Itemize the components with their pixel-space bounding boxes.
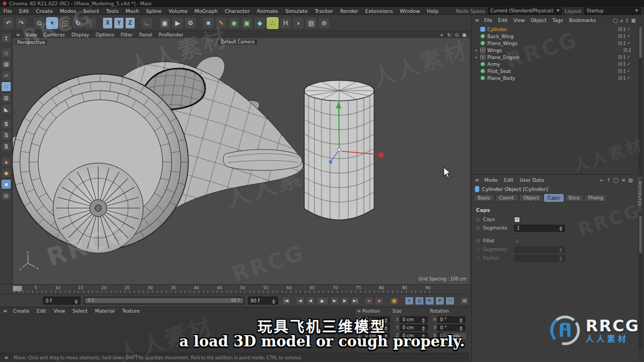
hamburger-icon[interactable]: ≡ [14, 32, 23, 38]
key-position-icon[interactable]: + [405, 297, 414, 305]
scrollbar[interactable] [639, 26, 642, 174]
prev-key-icon[interactable]: ◀ [296, 297, 305, 305]
object-row[interactable]: Plane_Body ✓ [472, 75, 638, 82]
current-frame-field[interactable]: 0 F [43, 297, 80, 305]
apply-button[interactable]: Apply [442, 333, 467, 340]
texture-mode-icon[interactable]: ▨ [1, 59, 11, 69]
content-browser-icon[interactable]: ▤ [305, 17, 317, 29]
team-render-icon[interactable]: ⊚ [318, 17, 330, 29]
primitive-cube-icon[interactable]: ■ [202, 17, 214, 29]
redo-icon[interactable]: ↷ [16, 17, 27, 29]
goto-end-icon[interactable]: ▶| [350, 297, 360, 305]
viewport[interactable]: ≡ ViewCamerasDisplayOptionsFilterPanelPr… [13, 31, 470, 284]
tab-slice[interactable]: Slice [565, 194, 583, 202]
home-icon[interactable]: ⌂ [620, 18, 623, 23]
key-scale-icon[interactable]: ◻ [415, 297, 424, 305]
render-picture-viewer-icon[interactable]: ▶ [172, 17, 184, 29]
grid-icon[interactable]: ▦ [631, 18, 635, 23]
symmetry-icon[interactable]: H [280, 17, 291, 29]
mograph-cloner-icon[interactable]: ∴ [267, 17, 279, 29]
display-palette-icon[interactable]: ◎ [1, 190, 11, 201]
object-row[interactable]: Army ✓ [472, 61, 638, 68]
end-frame-field[interactable]: 90 F [248, 297, 278, 305]
snap-2d-icon[interactable]: S [1, 142, 11, 152]
next-key-icon[interactable]: ▶ [340, 297, 349, 305]
object-row[interactable]: Back_Wing ✓ [472, 33, 638, 40]
goto-start-icon[interactable]: |◀ [282, 297, 291, 305]
zoom-view-icon[interactable]: ⊙ [453, 32, 460, 38]
modeling-axis-icon[interactable]: ▲ [1, 157, 11, 167]
hamburger-icon[interactable]: ≡ [355, 308, 362, 314]
rotation-p-field[interactable]: 0 ° [437, 324, 465, 331]
spinner[interactable] [559, 225, 562, 231]
render-settings-icon[interactable]: ⚙ [185, 17, 196, 29]
position-y-field[interactable]: 0 cm [362, 324, 390, 331]
projection-label[interactable]: Perspective [15, 40, 47, 45]
tab-coord[interactable]: Coord. [495, 194, 518, 202]
pen-spline-icon[interactable]: ✎ [215, 17, 227, 29]
orbit-view-icon[interactable]: ↻ [446, 32, 452, 38]
pan-view-icon[interactable]: + [438, 32, 445, 38]
autokey-icon[interactable]: ◉ [390, 297, 399, 305]
prev-frame-icon[interactable]: ◀ [306, 297, 315, 305]
move-tool-icon[interactable]: + [46, 17, 58, 29]
maximize-view-icon[interactable]: ▣ [461, 32, 467, 38]
hamburger-icon[interactable]: ≡ [1, 308, 10, 314]
key-rotation-icon[interactable]: ↻ [425, 297, 434, 305]
make-editable-icon[interactable]: ↥ [1, 33, 11, 43]
search-icon[interactable]: ◯ [613, 178, 619, 183]
keyframe-dot-icon[interactable] [476, 218, 480, 221]
points-mode-icon[interactable]: ∷ [1, 82, 11, 92]
next-frame-icon[interactable]: ▶ [330, 297, 339, 305]
deformer-icon[interactable]: ◗ [292, 17, 304, 29]
hamburger-icon[interactable]: ≡ [473, 178, 481, 183]
object-row[interactable]: Plane_Wings ✓ [472, 40, 638, 47]
rotate-tool-icon[interactable]: ↻ [72, 17, 84, 29]
position-x-field[interactable]: 0 cm [362, 316, 390, 323]
key-parameter-icon[interactable]: P [435, 297, 444, 305]
hamburger-icon[interactable]: ≡ [473, 18, 481, 23]
panel-icon[interactable]: ▤ [628, 178, 633, 183]
expand-icon[interactable]: ▸ [475, 55, 478, 60]
tab-object[interactable]: Object [519, 194, 543, 202]
object-row-cylinder[interactable]: Cylinder ✓ [472, 26, 638, 33]
live-selection-icon[interactable]: ⊙ [33, 17, 45, 29]
render-view-icon[interactable]: ▣ [159, 17, 171, 29]
volume-icon[interactable]: ◆ [254, 17, 266, 29]
node-space-select[interactable]: Current (Standard/Physical) ▼ [488, 8, 562, 14]
enabled-check-icon[interactable]: ✓ [627, 27, 631, 32]
tab-caps[interactable]: Caps [544, 194, 564, 202]
search-icon[interactable]: ◯ [613, 18, 618, 23]
object-row[interactable]: ▸ Plane_Engine ✓ [472, 54, 638, 61]
rotation-h-field[interactable]: 0 ° [437, 316, 465, 323]
keyframe-dot-icon[interactable] [476, 226, 480, 230]
coordinate-system-icon[interactable]: ∟ [141, 17, 153, 29]
edges-mode-icon[interactable]: ▥ [1, 93, 11, 103]
preview-range-slider[interactable]: 0 F 90 F [84, 297, 245, 305]
lock-z-axis[interactable]: Z [125, 17, 135, 29]
spinner[interactable] [75, 298, 78, 304]
up-icon[interactable]: ↑ [606, 178, 611, 183]
expand-icon[interactable]: ▸ [475, 48, 478, 53]
axis-snap-icon[interactable]: ◆ [1, 168, 11, 178]
snap-3d-icon[interactable]: S [1, 130, 11, 141]
subdivision-surface-icon[interactable]: ◉ [228, 17, 240, 29]
sound-icon[interactable]: ▤ [460, 297, 469, 305]
undo-icon[interactable]: ↶ [3, 17, 14, 29]
layout-select[interactable]: Startup ▼ [584, 8, 641, 14]
position-z-field[interactable]: 0 cm [362, 333, 390, 339]
model-mode-icon[interactable]: ◇ [1, 48, 11, 58]
fillet-checkbox[interactable] [514, 238, 520, 244]
tab-basic[interactable]: Basic [474, 194, 494, 202]
scale-tool-icon[interactable]: ◱ [59, 17, 71, 29]
viewport-filter-icon[interactable]: ■ [1, 179, 11, 189]
key-pla-icon[interactable]: ⋯ [445, 297, 455, 305]
lock-icon[interactable]: ≡ [621, 178, 626, 183]
hamburger-icon[interactable]: ≡ [2, 355, 11, 360]
up-icon[interactable]: ↥ [625, 18, 629, 23]
segments-field[interactable]: 1 [514, 225, 565, 232]
lock-x-axis[interactable]: X [103, 17, 113, 29]
size-y-field[interactable]: 0 cm [400, 324, 428, 331]
visibility-dots[interactable] [624, 27, 625, 31]
viewport-3d-scene[interactable]: yxz [13, 38, 470, 284]
